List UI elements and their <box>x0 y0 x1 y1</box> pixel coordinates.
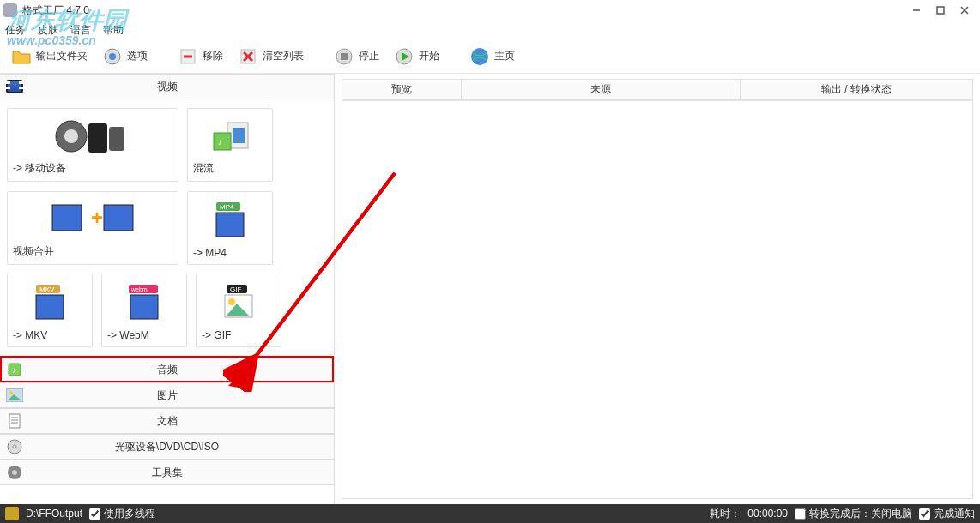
menu-task[interactable]: 任务 <box>5 23 26 38</box>
category-video[interactable]: 视频 <box>0 74 334 99</box>
multithread-checkbox[interactable]: 使用多线程 <box>89 507 155 521</box>
folder-icon <box>10 45 33 68</box>
minimize-button[interactable] <box>904 3 929 18</box>
audio-icon: ♪ <box>5 360 24 379</box>
svg-rect-21 <box>214 133 231 150</box>
video-tiles-panel: -> 移动设备 ♪ 混流 + 视频合并 MP4 -> MP4 <box>0 99 334 357</box>
svg-rect-26 <box>104 205 133 231</box>
globe-icon <box>469 45 491 68</box>
menu-help[interactable]: 帮助 <box>103 23 124 38</box>
category-audio[interactable]: ♪ 音频 <box>0 357 334 382</box>
category-document[interactable]: 文档 <box>0 408 334 434</box>
toolkit-icon <box>5 463 24 482</box>
clear-icon <box>237 45 259 68</box>
svg-rect-29 <box>216 213 244 237</box>
svg-rect-18 <box>88 123 107 153</box>
svg-point-44 <box>9 391 13 394</box>
svg-text:webm: webm <box>130 286 148 292</box>
mux-icon: ♪ <box>193 114 267 158</box>
menu-skin[interactable]: 皮肤 <box>38 23 58 38</box>
tile-mkv[interactable]: MKV -> MKV <box>7 274 93 347</box>
elapsed-value: 00:00:00 <box>747 508 788 520</box>
menu-language[interactable]: 语言 <box>70 23 91 38</box>
header-output-status[interactable]: 输出 / 转换状态 <box>741 79 973 100</box>
svg-rect-24 <box>52 205 82 231</box>
home-button[interactable]: 主页 <box>463 43 520 70</box>
window-title: 格式工厂 4.7.0 <box>22 3 904 18</box>
tile-video-merge[interactable]: + 视频合并 <box>7 191 178 265</box>
svg-text:♪: ♪ <box>218 137 222 147</box>
video-icon <box>5 77 24 96</box>
document-icon <box>5 412 24 430</box>
header-source[interactable]: 来源 <box>462 79 741 100</box>
menu-bar: 任务 皮肤 语言 帮助 <box>0 21 980 39</box>
maximize-button[interactable] <box>929 3 953 18</box>
svg-rect-1 <box>937 7 944 14</box>
header-preview[interactable]: 预览 <box>342 79 462 100</box>
title-bar: 格式工厂 4.7.0 <box>0 0 980 21</box>
gif-icon: GIF <box>202 280 275 326</box>
task-list[interactable] <box>342 101 973 499</box>
output-folder-button[interactable]: 输出文件夹 <box>5 43 93 70</box>
svg-rect-12 <box>341 53 348 60</box>
mkv-icon: MKV <box>13 280 87 326</box>
start-button[interactable]: 开始 <box>388 43 445 70</box>
svg-text:MKV: MKV <box>39 286 55 293</box>
svg-point-39 <box>228 298 235 305</box>
shutdown-checkbox[interactable]: 转换完成后：关闭电脑 <box>795 507 912 521</box>
tile-webm[interactable]: webm -> WebM <box>101 274 187 347</box>
svg-rect-35 <box>130 295 158 319</box>
options-button[interactable]: 选项 <box>96 43 153 70</box>
image-icon <box>5 386 24 405</box>
app-icon <box>3 3 17 17</box>
svg-text:GIF: GIF <box>230 286 241 293</box>
status-bar: D:\FFOutput 使用多线程 耗时： 00:00:00 转换完成后：关闭电… <box>0 504 980 523</box>
content-area: 预览 来源 输出 / 转换状态 <box>335 74 980 504</box>
svg-text:♪: ♪ <box>12 365 16 375</box>
output-path[interactable]: D:\FFOutput <box>26 508 82 520</box>
webm-icon: webm <box>107 280 181 326</box>
tile-mobile-device[interactable]: -> 移动设备 <box>7 108 178 182</box>
clear-list-button[interactable]: 清空列表 <box>232 43 309 70</box>
close-button[interactable] <box>953 3 977 18</box>
svg-text:+: + <box>91 206 103 229</box>
toolbar: 输出文件夹 选项 移除 清空列表 停止 开始 主页 <box>0 39 980 74</box>
list-headers: 预览 来源 输出 / 转换状态 <box>342 79 973 101</box>
svg-rect-46 <box>9 414 20 428</box>
svg-point-17 <box>64 129 78 143</box>
tile-gif[interactable]: GIF -> GIF <box>196 274 281 347</box>
svg-point-53 <box>12 470 17 475</box>
mp4-icon: MP4 <box>193 197 267 243</box>
category-toolkit[interactable]: 工具集 <box>0 460 334 485</box>
remove-button[interactable]: 移除 <box>172 43 228 70</box>
category-image[interactable]: 图片 <box>0 382 334 408</box>
svg-rect-19 <box>109 127 124 151</box>
svg-point-51 <box>13 445 16 448</box>
sidebar: 视频 -> 移动设备 ♪ 混流 + 视频合并 <box>0 74 335 504</box>
svg-text:MP4: MP4 <box>220 203 234 211</box>
mobile-device-icon <box>13 114 172 158</box>
svg-rect-32 <box>36 295 64 319</box>
category-rom[interactable]: 光驱设备\DVD\CD\ISO <box>0 434 334 460</box>
notify-checkbox[interactable]: 完成通知 <box>919 507 975 521</box>
stop-icon <box>333 45 355 68</box>
play-icon <box>393 45 415 68</box>
stop-button[interactable]: 停止 <box>328 43 384 70</box>
tile-mux[interactable]: ♪ 混流 <box>187 108 273 182</box>
gear-icon <box>101 45 124 68</box>
elapsed-label: 耗时： <box>710 507 741 521</box>
svg-point-5 <box>109 53 116 60</box>
disc-icon <box>5 437 24 456</box>
output-folder-icon[interactable] <box>5 507 19 520</box>
svg-rect-23 <box>233 128 245 143</box>
remove-icon <box>177 45 199 68</box>
merge-icon: + <box>13 197 172 241</box>
tile-mp4[interactable]: MP4 -> MP4 <box>187 191 273 265</box>
svg-point-15 <box>471 48 488 65</box>
